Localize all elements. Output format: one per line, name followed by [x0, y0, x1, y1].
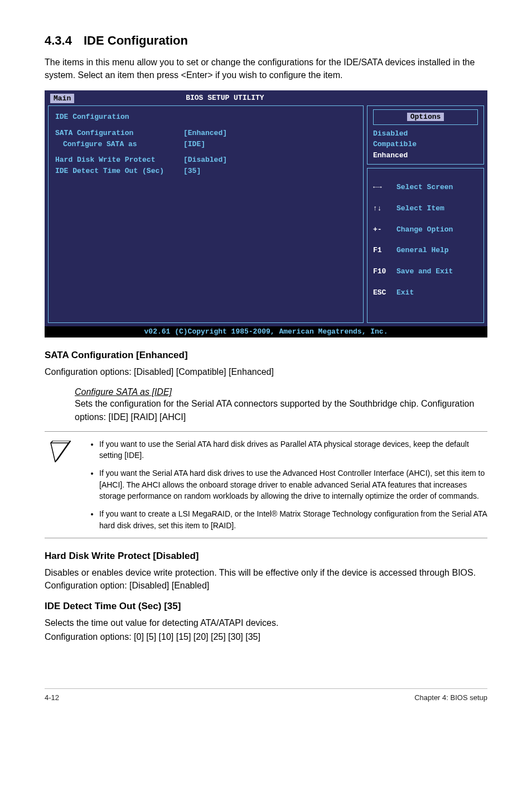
nav-label: General Help — [396, 246, 449, 254]
nav-key: ←→ — [373, 182, 396, 193]
bios-row: SATA Configuration[Enhanced] — [55, 128, 356, 139]
page-footer: 4-12 Chapter 4: BIOS setup — [45, 688, 487, 702]
nav-key: ↑↓ — [373, 204, 396, 214]
bios-nav-row: F10Save and Exit — [373, 267, 478, 277]
subsection-heading: SATA Configuration [Enhanced] — [45, 350, 487, 361]
nav-label: Exit — [396, 288, 414, 297]
bios-row: Configure SATA as[IDE] — [55, 139, 356, 150]
bios-row-value: [35] — [183, 166, 201, 177]
bios-footer: v02.61 (C)Copyright 1985-2009, American … — [45, 326, 487, 337]
paragraph: Configuration options: [Disabled] [Compa… — [45, 365, 487, 378]
section-number: 4.3.4 — [45, 33, 84, 48]
bios-left-title: IDE Configuration — [55, 112, 356, 123]
bios-nav-box: ←→Select Screen ↑↓Select Item +-Change O… — [367, 168, 484, 323]
bios-nav-row: ESCExit — [373, 288, 478, 298]
bios-row-value: [IDE] — [183, 139, 205, 150]
bios-option-selected: Enhanced — [373, 150, 478, 161]
bios-options-box: Options Disabled Compatible Enhanced — [367, 105, 484, 165]
paragraph: Disables or enables device write protect… — [45, 566, 487, 592]
tip-content: If you want to use the Serial ATA hard d… — [88, 438, 487, 531]
nav-key: ESC — [373, 288, 396, 298]
tip-item: If you want the Serial ATA hard disk dri… — [99, 467, 487, 501]
bios-option: Disabled — [373, 128, 478, 139]
bios-row: IDE Detect Time Out (Sec)[35] — [55, 166, 356, 177]
bios-header: Main BIOS SETUP UTILITY — [45, 90, 487, 105]
nav-label: Select Item — [396, 204, 444, 213]
bios-row-label: Configure SATA as — [55, 139, 183, 150]
bios-title: BIOS SETUP UTILITY — [186, 94, 264, 102]
section-heading: 4.3.4IDE Configuration — [45, 33, 487, 48]
options-label: Options — [407, 113, 444, 121]
bios-row-label: IDE Detect Time Out (Sec) — [55, 166, 183, 177]
tip-item: If you want to create a LSI MegaRAID, or… — [99, 508, 487, 531]
intro-paragraph: The items in this menu allow you to set … — [45, 56, 487, 81]
bios-screenshot: Main BIOS SETUP UTILITY IDE Configuratio… — [45, 90, 487, 337]
bios-nav-row: ↑↓Select Item — [373, 204, 478, 214]
paragraph: Selects the time out value for detecting… — [45, 616, 487, 629]
bios-row-value: [Disabled] — [183, 155, 227, 166]
bios-nav-row: F1General Help — [373, 245, 478, 256]
nav-key: F10 — [373, 267, 396, 277]
subsection-heading: IDE Detect Time Out (Sec) [35] — [45, 601, 487, 612]
bios-nav-row: ←→Select Screen — [373, 182, 478, 193]
tip-item: If you want to use the Serial ATA hard d… — [99, 438, 487, 461]
nav-label: Change Option — [396, 225, 453, 234]
tip-block: If you want to use the Serial ATA hard d… — [45, 431, 487, 538]
nav-key: +- — [373, 225, 396, 235]
bios-row-label: SATA Configuration — [55, 128, 183, 139]
page-number: 4-12 — [45, 693, 59, 702]
bios-left-pane: IDE Configuration SATA Configuration[Enh… — [48, 105, 364, 323]
bios-row: Hard Disk Write Protect[Disabled] — [55, 155, 356, 166]
paragraph: Configuration options: [0] [5] [10] [15]… — [45, 630, 487, 643]
pencil-icon — [45, 438, 75, 531]
paragraph: Sets the configuration for the Serial AT… — [75, 397, 487, 423]
bios-row-value: [Enhanced] — [183, 128, 227, 139]
sub-item-title: Configure SATA as [IDE] — [75, 387, 487, 397]
bios-tab-main: Main — [50, 94, 74, 103]
section-title: IDE Configuration — [84, 33, 188, 47]
chapter-label: Chapter 4: BIOS setup — [414, 693, 487, 702]
bios-options-title: Options — [373, 109, 478, 125]
bios-row-label: Hard Disk Write Protect — [55, 155, 183, 166]
nav-label: Save and Exit — [396, 267, 453, 276]
bios-nav-row: +-Change Option — [373, 225, 478, 235]
nav-label: Select Screen — [396, 183, 453, 191]
subsection-heading: Hard Disk Write Protect [Disabled] — [45, 551, 487, 562]
bios-option: Compatible — [373, 139, 478, 150]
nav-key: F1 — [373, 245, 396, 256]
